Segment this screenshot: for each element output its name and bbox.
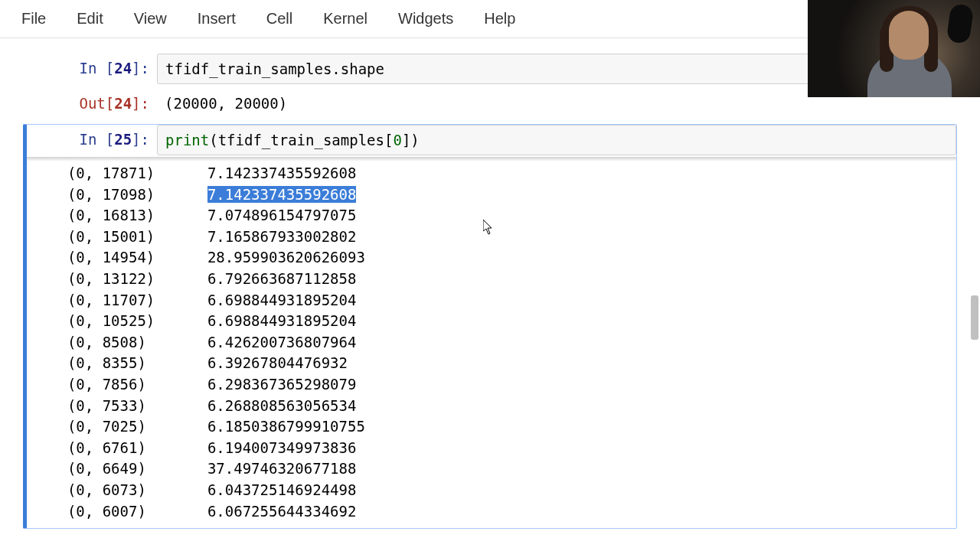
sparse-row: (0, 7533) 6.268808563056534: [50, 396, 956, 417]
sparse-value: 6.698844931895204: [207, 312, 356, 329]
output-scroll-25[interactable]: (0, 17871) 7.142337435592608 (0, 17098) …: [27, 157, 956, 528]
input-prompt: In [25]:: [27, 125, 157, 155]
code-cell-25[interactable]: In [25]: print(tfidf_train_samples[0]) (…: [23, 124, 957, 529]
sparse-coord: (0, 13122): [67, 270, 155, 287]
sparse-value: 6.1850386799910755: [207, 418, 365, 435]
input-prompt: In [24]:: [23, 54, 157, 84]
sparse-value: 37.49746320677188: [207, 460, 356, 477]
menu-insert[interactable]: Insert: [184, 4, 250, 34]
code-input-25[interactable]: print(tfidf_train_samples[0]): [157, 125, 956, 155]
sparse-row: (0, 11707) 6.698844931895204: [50, 290, 956, 311]
sparse-coord: (0, 6761): [67, 439, 146, 456]
sparse-coord: (0, 15001): [67, 228, 155, 245]
sparse-row: (0, 6007) 6.067255644334692: [50, 501, 956, 523]
sparse-coord: (0, 6073): [67, 481, 146, 498]
sparse-value: 6.268808563056534: [207, 397, 356, 414]
sparse-coord: (0, 7025): [67, 418, 146, 435]
sparse-value: 7.142337435592608: [207, 186, 356, 203]
sparse-value: 6.792663687112858: [207, 270, 356, 287]
prompt-number: 25: [114, 131, 132, 148]
sparse-row: (0, 6649) 37.49746320677188: [50, 458, 956, 480]
prompt-suffix: ]:: [132, 95, 149, 112]
code-builtin: print: [165, 132, 209, 148]
code-text: tfidf_train_samples.shape: [165, 60, 384, 77]
sparse-row: (0, 15001) 7.165867933002802: [50, 227, 956, 248]
sparse-row: (0, 6073) 6.043725146924498: [50, 480, 956, 501]
code-paren: ]): [402, 132, 420, 148]
output-area-25: (0, 17871) 7.142337435592608 (0, 17098) …: [27, 157, 956, 528]
sparse-row: (0, 7025) 6.1850386799910755: [50, 416, 956, 438]
menu-edit[interactable]: Edit: [63, 4, 116, 34]
sparse-coord: (0, 16813): [67, 207, 155, 223]
sparse-row: (0, 14954) 28.959903620626093: [50, 247, 956, 269]
page-scrollbar-thumb[interactable]: [971, 295, 978, 340]
menu-view[interactable]: View: [120, 4, 181, 34]
sparse-value: 7.142337435592608: [207, 165, 356, 181]
code-paren: (: [209, 132, 217, 148]
sparse-row: (0, 16813) 7.074896154797075: [50, 205, 956, 227]
sparse-coord: (0, 8508): [67, 334, 146, 350]
code-arg: tfidf_train_samples[: [218, 132, 394, 148]
sparse-row: (0, 6761) 6.194007349973836: [50, 438, 956, 459]
sparse-coord: (0, 14954): [67, 249, 155, 266]
webcam-overlay: [808, 0, 980, 97]
sparse-coord: (0, 6649): [67, 460, 146, 477]
menu-help[interactable]: Help: [470, 4, 529, 34]
sparse-coord: (0, 7856): [67, 376, 146, 393]
prompt-number: 24: [114, 60, 132, 77]
sparse-coord: (0, 6007): [67, 503, 146, 520]
sparse-row: (0, 17098) 7.142337435592608: [50, 184, 956, 206]
sparse-value: 7.074896154797075: [207, 207, 356, 223]
sparse-value: 6.698844931895204: [207, 292, 356, 308]
sparse-value: 6.39267804476932: [207, 354, 348, 371]
prompt-prefix: In [: [79, 131, 114, 148]
sparse-coord: (0, 7533): [67, 397, 146, 414]
prompt-suffix: ]:: [132, 131, 149, 148]
prompt-prefix: Out[: [79, 95, 114, 112]
sparse-value: 6.067255644334692: [207, 503, 356, 520]
menu-file[interactable]: File: [8, 4, 60, 34]
sparse-coord: (0, 8355): [67, 354, 146, 371]
code-number: 0: [393, 132, 401, 148]
output-prompt: Out[24]:: [23, 89, 157, 118]
sparse-row: (0, 7856) 6.298367365298079: [50, 374, 956, 396]
sparse-value: 7.165867933002802: [207, 228, 356, 245]
sparse-value: 6.298367365298079: [207, 376, 356, 393]
sparse-row: (0, 8355) 6.39267804476932: [50, 353, 956, 374]
menu-cell[interactable]: Cell: [253, 4, 306, 34]
prompt-number: 24: [114, 95, 132, 112]
notebook: In [24]: tfidf_train_samples.shape Out[2…: [0, 38, 980, 529]
sparse-row: (0, 8508) 6.426200736807964: [50, 332, 956, 354]
menu-kernel[interactable]: Kernel: [309, 4, 381, 34]
sparse-value: 28.959903620626093: [207, 249, 365, 266]
prompt-prefix: In [: [79, 60, 114, 77]
sparse-row: (0, 10525) 6.698844931895204: [50, 311, 956, 332]
menu-list: FileEditViewInsertCellKernelWidgetsHelp: [8, 4, 529, 34]
sparse-value: 6.194007349973836: [207, 439, 356, 456]
sparse-row: (0, 17871) 7.142337435592608: [50, 163, 956, 184]
menu-widgets[interactable]: Widgets: [384, 4, 467, 34]
sparse-value: 6.426200736807964: [207, 334, 356, 350]
sparse-coord: (0, 17871): [67, 165, 155, 181]
prompt-suffix: ]:: [132, 60, 149, 77]
sparse-coord: (0, 10525): [67, 312, 155, 329]
sparse-value: 6.043725146924498: [207, 481, 356, 498]
page-scrollbar[interactable]: [969, 38, 980, 551]
sparse-coord: (0, 17098): [67, 186, 155, 203]
sparse-row: (0, 13122) 6.792663687112858: [50, 269, 956, 290]
sparse-coord: (0, 11707): [67, 292, 155, 308]
